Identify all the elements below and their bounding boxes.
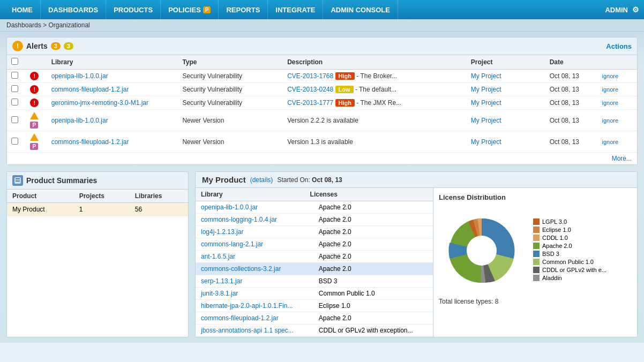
legend-label: Aladdin <box>542 275 562 281</box>
row-date: Oct 08, 13 <box>545 83 598 96</box>
row-date: Oct 08, 13 <box>545 96 598 110</box>
ps-projects-count: 1 <box>74 203 130 216</box>
policies-badge: P <box>203 6 211 13</box>
ps-product-name: My Product <box>7 203 74 216</box>
lib-name-link[interactable]: commons-logging-1.0.4.jar <box>201 216 277 223</box>
project-link[interactable]: My Project <box>471 86 501 93</box>
row-checkbox[interactable] <box>11 72 18 79</box>
product-started-date: Oct 08, 13 <box>312 176 342 184</box>
lib-license: Eclipse 1.0 <box>313 300 433 312</box>
ignore-link[interactable]: ignore <box>602 139 619 145</box>
row-type: Security Vulnerability <box>178 70 283 83</box>
list-item: commons-fileupload-1.2.jar Apache 2.0 <box>196 312 433 325</box>
nav-admin-console[interactable]: ADMIN CONSOLE <box>323 0 398 19</box>
col-project: Project <box>467 55 545 70</box>
ps-col-product: Product <box>7 190 74 203</box>
chart-section: License Distribution <box>433 188 637 337</box>
ps-col-libraries: Libraries <box>130 190 188 203</box>
cve-link[interactable]: CVE-2013-1777 <box>287 99 333 107</box>
library-section: Library Licenses openipa-lib-1.0.0.jar A… <box>196 188 433 337</box>
library-link[interactable]: openipa-lib-1.0.0.jar <box>51 117 108 124</box>
severity-badge: High <box>335 72 355 80</box>
severity-badge: Low <box>335 86 354 93</box>
table-row: ! Pcommons-fileupload-1.2.jarNewer Versi… <box>7 131 637 153</box>
nav-integrate[interactable]: INTEGRATE <box>268 0 323 19</box>
actions-link[interactable]: Actions <box>606 42 632 50</box>
list-item: hibernate-jpa-2.0-api-1.0.1.Fin... Eclip… <box>196 300 433 312</box>
legend-item: Apache 2.0 <box>533 243 606 249</box>
legend-label: CDDL 1.0 <box>542 235 568 241</box>
ignore-link[interactable]: ignore <box>602 86 619 93</box>
warning-icon: ! <box>30 133 39 142</box>
row-description: CVE-2013-1777 High - The JMX Re... <box>283 96 467 110</box>
table-row: ! Popenipa-lib-1.0.0.jarNewer VersionVer… <box>7 110 637 131</box>
select-all-checkbox[interactable] <box>11 58 18 65</box>
lib-name-link[interactable]: openipa-lib-1.0.0.jar <box>201 203 258 211</box>
ignore-link[interactable]: ignore <box>602 73 619 79</box>
product-details-link[interactable]: (details) <box>250 176 273 184</box>
list-item: serp-1.13.1.jar BSD 3 <box>196 275 433 288</box>
alerts-section: ! Alerts 3 3 Actions Library Type Descri… <box>6 37 638 165</box>
cve-link[interactable]: CVE-2013-0248 <box>287 86 333 93</box>
nav-dashboards[interactable]: DASHBOARDS <box>41 0 106 19</box>
project-link[interactable]: My Project <box>471 72 501 80</box>
library-link[interactable]: openipa-lib-1.0.0.jar <box>51 72 108 80</box>
cve-link[interactable]: CVE-2013-1768 <box>287 72 333 80</box>
row-checkbox[interactable] <box>11 138 18 145</box>
library-link[interactable]: commons-fileupload-1.2.jar <box>51 86 129 93</box>
library-link[interactable]: geronimo-jmx-remoting-3.0-M1.jar <box>51 99 148 107</box>
alerts-badge-2: 3 <box>64 42 73 50</box>
pie-chart <box>439 208 525 293</box>
nav-products[interactable]: PRODUCTS <box>106 0 161 19</box>
row-description: Version 2.2.2 is available <box>283 110 467 131</box>
nav-home[interactable]: HOME <box>4 0 41 19</box>
library-link[interactable]: commons-fileupload-1.2.jar <box>51 138 129 146</box>
row-date: Oct 08, 13 <box>545 70 598 83</box>
lib-name-link[interactable]: commons-lang-2.1.jar <box>201 240 263 248</box>
product-summaries-table: Product Projects Libraries My Product 1 … <box>7 190 188 216</box>
lib-name-link[interactable]: jboss-annotations-api 1.1 spec... <box>201 327 294 334</box>
project-link[interactable]: My Project <box>471 138 501 146</box>
table-row[interactable]: My Product 1 56 <box>7 203 188 216</box>
project-link[interactable]: My Project <box>471 117 501 124</box>
product-summaries-panel: Product Summaries Product Projects Libra… <box>6 171 189 337</box>
row-date: Oct 08, 13 <box>545 110 598 131</box>
legend-item: CDDL or GPLv2 with e... <box>533 267 606 273</box>
ignore-link[interactable]: ignore <box>602 100 619 106</box>
error-icon: ! <box>30 85 39 94</box>
chart-title: License Distribution <box>439 193 632 201</box>
row-checkbox[interactable] <box>11 116 18 123</box>
admin-menu[interactable]: ADMIN ⚙ <box>605 5 640 14</box>
list-item: commons-lang-2.1.jar Apache 2.0 <box>196 238 433 251</box>
lib-name-link[interactable]: ant-1.6.5.jar <box>201 253 235 260</box>
list-item: openipa-lib-1.0.0.jar Apache 2.0 <box>196 201 433 214</box>
list-item: commons-logging-1.0.4.jar Apache 2.0 <box>196 214 433 226</box>
lib-name-link[interactable]: serp-1.13.1.jar <box>201 277 242 285</box>
row-type: Security Vulnerability <box>178 83 283 96</box>
ignore-link[interactable]: ignore <box>602 117 619 124</box>
lib-name-link[interactable]: log4j-1.2.13.jar <box>201 228 243 236</box>
legend-label: LGPL 3.0 <box>542 218 567 225</box>
product-started: Started On: Oct 08, 13 <box>277 176 342 184</box>
row-type: Newer Version <box>178 131 283 153</box>
row-checkbox[interactable] <box>11 85 18 92</box>
lib-license: CDDL or GPLv2 with exception... <box>313 325 433 337</box>
library-scroll-area[interactable]: openipa-lib-1.0.0.jar Apache 2.0 commons… <box>196 201 433 337</box>
legend-item: Common Public 1.0 <box>533 259 606 265</box>
nav-reports[interactable]: REPORTS <box>219 0 268 19</box>
breadcrumb: Dashboards > Organizational <box>0 19 644 32</box>
product-detail-title: My Product <box>202 175 246 184</box>
row-checkbox[interactable] <box>11 99 18 105</box>
col-library: Library <box>47 55 178 70</box>
legend-color <box>533 275 540 281</box>
nav-policies[interactable]: POLICIES P <box>161 0 219 19</box>
list-item: jboss-annotations-api 1.1 spec... CDDL o… <box>196 325 433 337</box>
lib-name-link[interactable]: commons-fileupload-1.2.jar <box>201 314 279 322</box>
lib-name-link[interactable]: junit-3.8.1.jar <box>201 290 238 297</box>
lib-name-link[interactable]: hibernate-jpa-2.0-api-1.0.1.Fin... <box>201 302 293 310</box>
chart-legend: LGPL 3.0Eclipse 1.0CDDL 1.0Apache 2.0BSD… <box>533 218 606 283</box>
more-link[interactable]: More... <box>7 153 637 164</box>
project-link[interactable]: My Project <box>471 99 501 107</box>
alerts-icon: ! <box>12 41 23 51</box>
lib-name-link[interactable]: commons-collections-3.2.jar <box>201 265 281 273</box>
